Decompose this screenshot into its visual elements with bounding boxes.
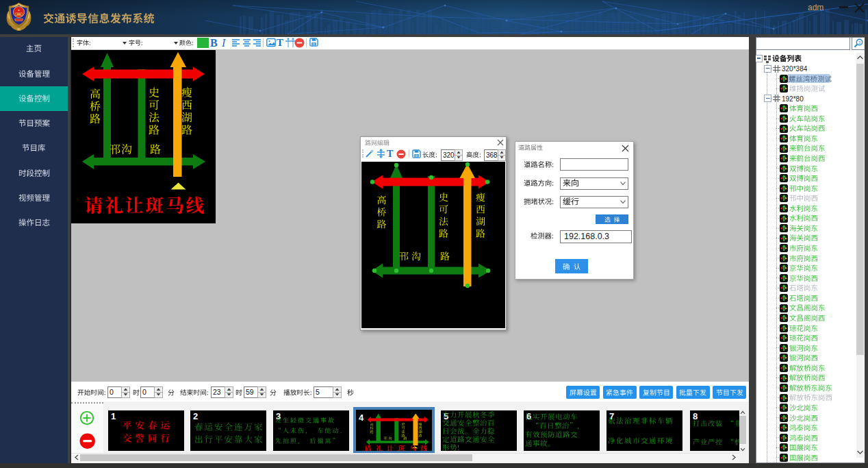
svg-text:3: 3 <box>858 40 861 45</box>
